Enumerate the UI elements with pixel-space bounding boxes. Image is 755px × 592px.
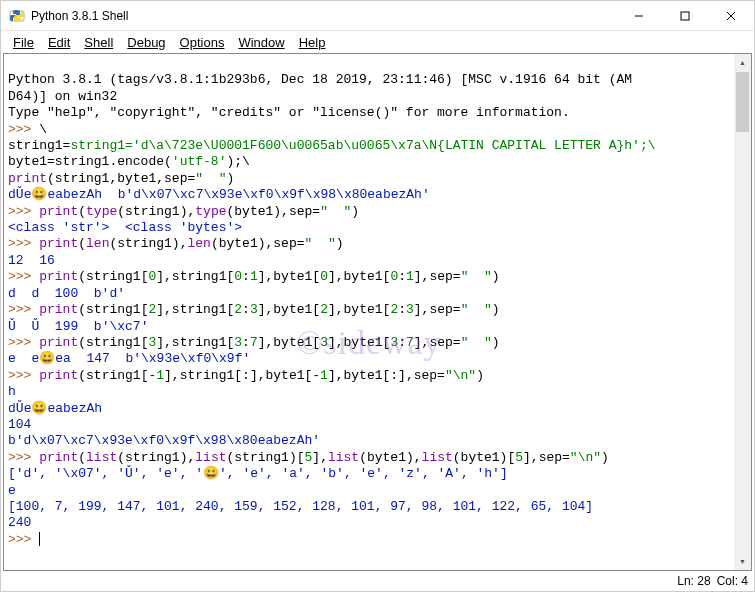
vertical-scrollbar[interactable]: ▲ ▼	[734, 54, 751, 570]
minimize-button[interactable]	[616, 1, 662, 31]
prompt: >>>	[8, 269, 39, 284]
scroll-up-icon[interactable]: ▲	[734, 54, 751, 71]
status-line: Ln: 28	[677, 574, 710, 588]
output: b'd\x07\xc7\x93e\xf0\x9f\x98\x80eabezAh'	[8, 433, 320, 448]
output: h	[8, 384, 16, 399]
menu-help[interactable]: Help	[293, 33, 332, 52]
output: e e😀ea 147 b'\x93e\xf0\x9f'	[8, 351, 250, 366]
prompt: >>>	[8, 204, 39, 219]
editor-area: ©sidewayPython 3.8.1 (tags/v3.8.1:1b293b…	[3, 53, 752, 571]
text-cursor	[39, 532, 40, 546]
output: e	[8, 483, 16, 498]
menu-edit[interactable]: Edit	[42, 33, 76, 52]
prompt: >>>	[8, 532, 39, 547]
output: dǓe😀eabezAh	[8, 401, 102, 416]
menu-options[interactable]: Options	[174, 33, 231, 52]
statusbar: Ln: 28 Col: 4	[1, 571, 754, 591]
output: 104	[8, 417, 31, 432]
prompt: >>>	[8, 450, 39, 465]
titlebar: Python 3.8.1 Shell	[1, 1, 754, 31]
prompt: >>>	[8, 302, 39, 317]
scroll-thumb[interactable]	[736, 72, 749, 132]
menu-file[interactable]: File	[7, 33, 40, 52]
maximize-button[interactable]	[662, 1, 708, 31]
output: [100, 7, 199, 147, 101, 240, 159, 152, 1…	[8, 499, 593, 514]
python-idle-icon	[9, 8, 25, 24]
prompt: >>>	[8, 236, 39, 251]
prompt: >>>	[8, 335, 39, 350]
output: dǓe😀eabezAh b'd\x07\xc7\x93e\xf0\x9f\x98…	[8, 187, 430, 202]
menu-window[interactable]: Window	[232, 33, 290, 52]
banner: Python 3.8.1 (tags/v3.8.1:1b293b6, Dec 1…	[8, 72, 632, 87]
code-line: byte1=string1.encode(	[8, 154, 172, 169]
menubar: File Edit Shell Debug Options Window Hel…	[1, 31, 754, 53]
banner: D64)] on win32	[8, 89, 117, 104]
shell-text[interactable]: ©sidewayPython 3.8.1 (tags/v3.8.1:1b293b…	[4, 54, 734, 570]
output: ['d', '\x07', 'Ǔ', 'e', '😀', 'e', 'a', '…	[8, 466, 508, 481]
banner: Type "help", "copyright", "credits" or "…	[8, 105, 570, 120]
prompt: >>>	[8, 122, 39, 137]
output: 240	[8, 515, 31, 530]
output: 12 16	[8, 253, 55, 268]
output: d d 100 b'd'	[8, 286, 125, 301]
window-title: Python 3.8.1 Shell	[31, 9, 128, 23]
close-button[interactable]	[708, 1, 754, 31]
svg-rect-2	[681, 12, 689, 20]
menu-shell[interactable]: Shell	[78, 33, 119, 52]
prompt: >>>	[8, 368, 39, 383]
scroll-down-icon[interactable]: ▼	[734, 553, 751, 570]
output: <class 'str'> <class 'bytes'>	[8, 220, 242, 235]
status-col: Col: 4	[717, 574, 748, 588]
code-line: string1=	[8, 138, 70, 153]
output: Ǔ Ǔ 199 b'\xc7'	[8, 319, 148, 334]
menu-debug[interactable]: Debug	[121, 33, 171, 52]
